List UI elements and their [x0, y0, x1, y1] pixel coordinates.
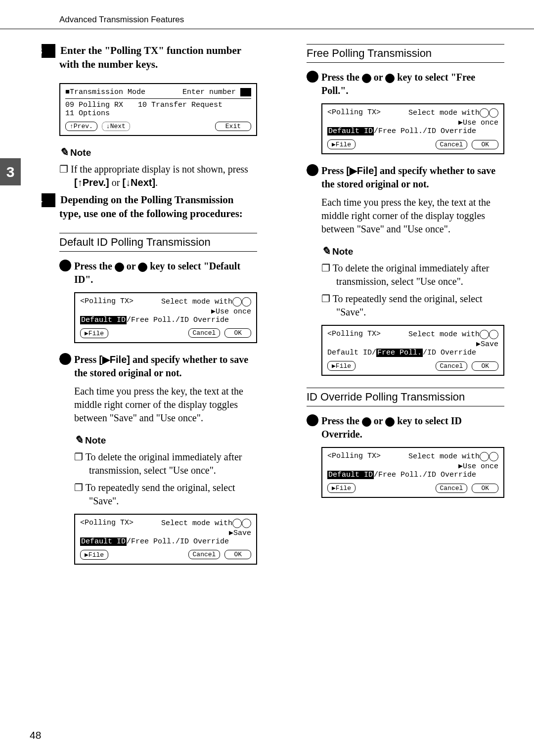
key-file-free: [▶File]: [346, 165, 377, 176]
lcd-override: <Polling TX> Select mode with ▶Use once …: [321, 447, 504, 498]
content-area: 3 Enter the "Polling TX" function number…: [0, 29, 534, 575]
file-button-f2[interactable]: ▶File: [327, 361, 356, 371]
lcd-exit-button[interactable]: Exit: [215, 122, 251, 131]
lcd-opt-11: 11 Options: [65, 109, 251, 118]
right-column: Free Polling Transmission 1Press the or …: [282, 44, 504, 575]
body-default: Each time you press the key, the text at…: [74, 385, 257, 425]
note-heading-default: Note: [74, 434, 257, 446]
right-arrow-icon-f: [385, 74, 395, 83]
lcd-next-button[interactable]: ↓Next: [102, 122, 130, 131]
ok-button-f1[interactable]: OK: [472, 140, 498, 149]
step-3-text: Enter the "Polling TX" function number w…: [59, 44, 241, 70]
substep-a-override: 1Press the or key to select ID Override.: [321, 414, 504, 441]
lcd-free-1: <Polling TX> Select mode with ▶Use once …: [321, 103, 504, 154]
lcd-button-row: ↑Prev. ↓Next Exit: [65, 122, 251, 131]
lcd-options: 09 Polling RX 10 Transfer Request 11 Opt…: [65, 101, 251, 118]
ok-button[interactable]: OK: [224, 328, 251, 338]
subsection-default-id: Default ID Polling Transmission: [59, 233, 257, 252]
lcd-title-right: Enter number: [182, 88, 251, 96]
key-next: [↓Next]: [122, 177, 155, 188]
cancel-button-o[interactable]: Cancel: [436, 484, 468, 493]
lcd-transmission-mode: ■Transmission Mode Enter number 09 Polli…: [59, 83, 257, 136]
cancel-button-2[interactable]: Cancel: [188, 550, 221, 559]
subsection-id-override: ID Override Polling Transmission: [307, 388, 504, 406]
step-4-text: Depending on the Polling Transmission ty…: [59, 194, 243, 220]
arrow-left-icon: [232, 297, 242, 307]
lcd-modes: Default ID/Free Poll./ID Override: [80, 316, 251, 324]
lcd-override-label: <Polling TX>: [327, 452, 381, 461]
step-4: 4 Depending on the Polling Transmission …: [59, 193, 257, 221]
lcd-free-modes: Default ID/Free Poll./ID Override: [327, 127, 498, 135]
left-arrow-icon: [115, 263, 124, 272]
circle-1-override: 1: [307, 414, 318, 426]
note-bullet-d2: To repeatedly send the original, select …: [89, 481, 257, 508]
lcd-top-row: <Polling TX> Select mode with: [80, 297, 251, 307]
lcd-select-mode: Select mode with: [161, 297, 251, 307]
note-bullet-1: If the appropriate display is not shown,…: [74, 163, 257, 189]
note-bullet-f1: To delete the original immediately after…: [336, 262, 504, 288]
note-heading-1: Note: [59, 146, 257, 159]
lcd-free-modes-2: Default ID/Free Poll./ID Override: [327, 349, 498, 357]
subsection-free-poll: Free Polling Transmission: [307, 44, 504, 63]
chapter-number: 3: [6, 164, 15, 180]
substep-b-default: 2Press [▶File] and specify whether to sa…: [74, 353, 257, 380]
note-bullet-f2: To repeatedly send the original, select …: [336, 292, 504, 319]
arrow-right-icon: [242, 297, 251, 307]
circle-2-free: 2: [307, 164, 318, 176]
lcd-override-useonce: ▶Use once: [327, 461, 498, 471]
lcd-polling-label-2: <Polling TX>: [80, 519, 134, 528]
circle-1-free: 1: [307, 71, 318, 83]
left-column: 3 Enter the "Polling TX" function number…: [35, 44, 257, 575]
note-heading-free: Note: [321, 245, 504, 258]
lcd-polling-default-2: <Polling TX> Select mode with ▶Save Defa…: [74, 514, 257, 565]
substep-a-default: 1Press the or key to select "Default ID"…: [74, 260, 257, 286]
right-arrow-icon-o: [385, 417, 395, 427]
lcd-use-once: ▶Use once: [80, 307, 251, 316]
page-number: 48: [30, 729, 41, 741]
lcd-modes-2: Default ID/Free Poll./ID Override: [80, 537, 251, 546]
lcd-select-mode-2: Select mode with: [161, 519, 251, 528]
lcd-opt-10: 10 Transfer Request: [138, 101, 222, 109]
lcd-polling-default-1: <Polling TX> Select mode with ▶Use once …: [74, 292, 257, 343]
ok-button-f2[interactable]: OK: [472, 361, 498, 371]
lcd-btn-row-2: ▶File Cancel OK: [80, 550, 251, 560]
lcd-free-save: ▶Save: [327, 339, 498, 349]
key-prev: [↑Prev.]: [74, 177, 109, 188]
lcd-free-label-2: <Polling TX>: [327, 330, 381, 339]
chapter-tab: 3: [0, 158, 21, 185]
file-button-f1[interactable]: ▶File: [327, 139, 356, 149]
step-number-4: 4: [42, 193, 55, 207]
step-3: 3 Enter the "Polling TX" function number…: [59, 44, 257, 71]
header-title: Advanced Transmission Features: [59, 15, 184, 24]
lcd-free-useonce: ▶Use once: [327, 118, 498, 127]
left-arrow-icon-o: [362, 417, 371, 427]
substep-b-free: 2Press [▶File] and specify whether to sa…: [321, 164, 504, 191]
lcd-header-row: ■Transmission Mode Enter number: [65, 88, 251, 99]
cancel-button-f2[interactable]: Cancel: [436, 361, 468, 371]
lcd-override-select: Select mode with: [408, 452, 498, 461]
lcd-prev-button[interactable]: ↑Prev.: [65, 122, 97, 131]
ok-button-2[interactable]: OK: [224, 550, 251, 559]
substep-a-free: 1Press the or key to select "Free Poll."…: [321, 71, 504, 97]
circle-2: 2: [59, 353, 71, 365]
body-free: Each time you press the key, the text at…: [321, 196, 504, 236]
lcd-override-modes: Default ID/Free Poll./ID Override: [327, 471, 498, 479]
page-header: Advanced Transmission Features: [0, 0, 534, 29]
lcd-free-label: <Polling TX>: [327, 108, 381, 118]
lcd-free-select-2: Select mode with: [408, 330, 498, 339]
lcd-polling-label: <Polling TX>: [80, 297, 134, 307]
lcd-free-select: Select mode with: [408, 108, 498, 118]
lcd-title-left: ■Transmission Mode: [65, 88, 145, 96]
ok-button-o[interactable]: OK: [472, 484, 498, 493]
lcd-free-2: <Polling TX> Select mode with ▶Save Defa…: [321, 325, 504, 376]
file-button-2[interactable]: ▶File: [80, 550, 108, 560]
file-button-o[interactable]: ▶File: [327, 483, 356, 493]
key-file: [▶File]: [99, 354, 130, 365]
right-arrow-icon: [138, 263, 147, 272]
lcd-btn-row: ▶File Cancel OK: [80, 328, 251, 338]
cancel-button[interactable]: Cancel: [188, 328, 221, 338]
file-button[interactable]: ▶File: [80, 328, 108, 338]
lcd-top-row-2: <Polling TX> Select mode with: [80, 519, 251, 528]
lcd-save: ▶Save: [80, 528, 251, 537]
cancel-button-f1[interactable]: Cancel: [436, 140, 468, 149]
